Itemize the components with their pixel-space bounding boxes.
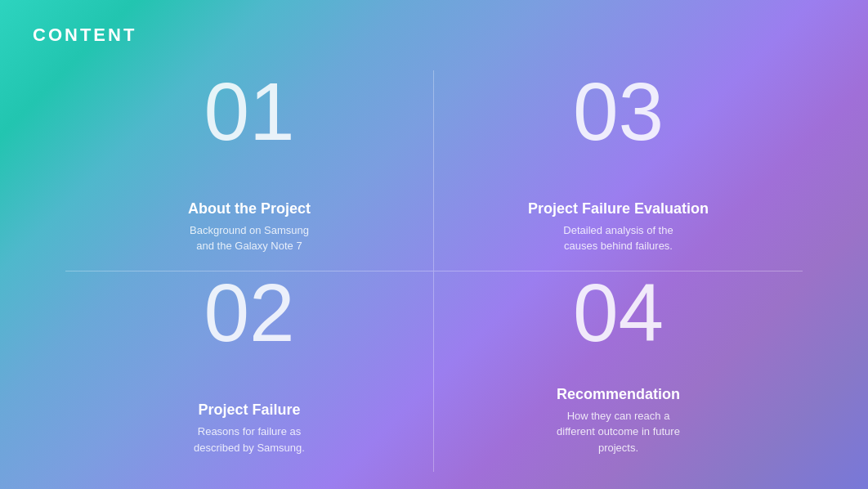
title-04: Recommendation <box>557 386 680 403</box>
page-background: CONTENT 01 About the Project Background … <box>0 0 868 489</box>
number-02: 02 <box>204 271 294 353</box>
title-03: Project Failure Evaluation <box>528 200 709 218</box>
title-02: Project Failure <box>194 402 305 419</box>
desc-02: Reasons for failure asdescribed by Samsu… <box>194 424 305 455</box>
desc-01: Background on Samsungand the Galaxy Note… <box>188 222 311 254</box>
number-01: 01 <box>204 70 294 152</box>
grid-item-01: 01 About the Project Background on Samsu… <box>65 70 434 271</box>
number-03: 03 <box>573 70 664 152</box>
content-label: CONTENT <box>33 25 136 45</box>
desc-04: How they can reach adifferent outcome in… <box>557 408 680 456</box>
grid-item-02: 02 Project Failure Reasons for failure a… <box>65 271 434 473</box>
grid-item-03: 03 Project Failure Evaluation Detailed a… <box>434 70 803 271</box>
title-01: About the Project <box>188 200 311 218</box>
grid-item-04: 04 Recommendation How they can reach adi… <box>434 271 803 473</box>
header: CONTENT <box>0 0 868 70</box>
content-grid: 01 About the Project Background on Samsu… <box>0 70 868 489</box>
desc-03: Detailed analysis of thecauses behind fa… <box>528 222 709 254</box>
number-04: 04 <box>573 271 664 353</box>
